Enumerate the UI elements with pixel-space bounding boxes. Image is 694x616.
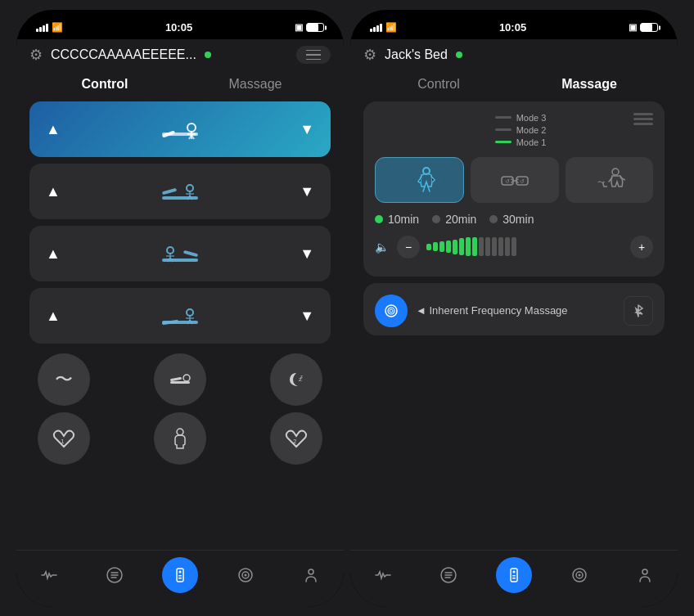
timer-10-dot [375, 215, 383, 223]
nav-remote-left[interactable] [162, 557, 198, 593]
mode3-label: Mode 3 [495, 113, 547, 123]
mode1-icon [633, 123, 653, 125]
svg-rect-8 [162, 188, 177, 196]
nav-target-left[interactable] [228, 557, 264, 593]
person-btn[interactable] [154, 412, 206, 465]
svg-rect-58 [512, 575, 516, 577]
up-arrow-1[interactable]: ▲ [46, 121, 61, 138]
svg-point-16 [167, 247, 174, 254]
freq-btn[interactable] [375, 295, 408, 327]
timer-30-dot [489, 215, 498, 223]
control-row-4[interactable]: ▲ ▼ [29, 288, 331, 344]
freq-card: ◄ Inherent Frequency Massage [363, 283, 665, 335]
volume-icon: 🔈 [375, 241, 389, 254]
tab-control-right[interactable]: Control [363, 74, 514, 95]
massage-mode-buttons: ↺ ↺ 〜 [375, 157, 653, 203]
up-arrow-2[interactable]: ▲ [46, 183, 61, 200]
mode2-icon [633, 118, 653, 120]
down-arrow-3[interactable]: ▼ [300, 245, 314, 263]
svg-text:〜: 〜 [597, 178, 605, 187]
svg-text:↺: ↺ [505, 178, 510, 184]
control-row-3[interactable]: ▲ ▼ [29, 226, 331, 281]
heart1-btn[interactable]: 1 [38, 412, 90, 465]
massage-mode-body[interactable] [375, 157, 464, 203]
right-tabs: Control Massage [363, 70, 665, 101]
down-arrow-4[interactable]: ▼ [300, 308, 314, 325]
bottom-circles-row1: 〜 zz [29, 350, 331, 409]
svg-text:z: z [300, 374, 303, 379]
svg-point-52 [385, 305, 397, 317]
tab-massage-right[interactable]: Massage [514, 74, 665, 95]
down-arrow-1[interactable]: ▼ [300, 121, 314, 138]
svg-point-54 [390, 309, 393, 312]
tab-massage-left[interactable]: Massage [180, 74, 331, 95]
flat-btn[interactable] [154, 353, 206, 406]
svg-rect-1 [162, 130, 175, 137]
massage-mode-arm[interactable]: 〜 [566, 157, 653, 203]
right-gear-icon[interactable]: ⚙ [363, 46, 376, 64]
svg-point-38 [179, 571, 182, 573]
tab-control-left[interactable]: Control [29, 74, 180, 95]
left-phone: 📶 10:05 ▣ ⚙ CCCCCAAAAAEEEEE... [16, 10, 344, 607]
nav-target-right[interactable] [561, 557, 597, 593]
sleep-btn[interactable]: zz [270, 353, 322, 406]
svg-point-63 [642, 569, 647, 574]
freq-row: ◄ Inherent Frequency Massage [375, 295, 653, 327]
left-tabs: Control Massage [29, 70, 331, 101]
timer-30min[interactable]: 30min [489, 213, 534, 226]
nav-list-right[interactable] [430, 557, 466, 593]
timer-10min[interactable]: 10min [375, 213, 419, 226]
bed-pose-2 [160, 178, 200, 205]
volume-plus-btn[interactable]: + [630, 236, 653, 259]
heart2-btn[interactable]: 2 [270, 412, 322, 465]
svg-point-30 [183, 375, 190, 381]
right-time: 10:05 [499, 21, 526, 34]
svg-text:↺: ↺ [520, 178, 525, 184]
mode1-dot [495, 141, 511, 143]
svg-point-50 [612, 169, 619, 175]
timer-20-dot [432, 215, 440, 223]
svg-point-23 [187, 309, 193, 316]
bed-pose-3 [160, 241, 200, 267]
volume-slider[interactable] [426, 236, 624, 259]
mode3-icon [633, 113, 653, 115]
svg-point-43 [245, 574, 247, 577]
down-arrow-2[interactable]: ▼ [300, 183, 314, 200]
volume-row: 🔈 − + [375, 229, 653, 265]
wifi-status-dot [205, 52, 211, 58]
wave-btn[interactable]: 〜 [38, 353, 90, 406]
massage-mode-sync[interactable]: ↺ ↺ [471, 157, 558, 203]
svg-point-57 [513, 571, 516, 573]
svg-point-34 [177, 429, 183, 435]
right-bottom-nav [350, 550, 678, 607]
up-arrow-4[interactable]: ▲ [46, 308, 61, 325]
left-phone-content: ⚙ CCCCCAAAAAEEEEE... Control Massage [16, 39, 344, 550]
svg-rect-15 [183, 250, 198, 258]
nav-heartrate-right[interactable] [365, 557, 401, 593]
timer-row: 10min 20min 30min [375, 203, 653, 229]
svg-rect-39 [178, 575, 182, 577]
control-row-2[interactable]: ▲ ▼ [29, 164, 331, 219]
nav-remote-right[interactable] [496, 557, 532, 593]
timer-20min[interactable]: 20min [432, 213, 476, 226]
mode2-dot [495, 128, 511, 131]
svg-point-44 [309, 569, 313, 574]
bottom-circles-row2: 1 2 [29, 412, 331, 465]
right-wifi-dot [456, 52, 462, 58]
volume-minus-btn[interactable]: − [397, 236, 420, 259]
svg-text:2: 2 [293, 438, 297, 445]
nav-person-left[interactable] [293, 557, 329, 593]
up-arrow-3[interactable]: ▲ [46, 245, 61, 263]
device-pill[interactable] [296, 46, 331, 65]
control-row-1[interactable]: ▲ ▼ [29, 101, 331, 157]
modes-row: Mode 3 Mode 2 Mode 1 [375, 113, 653, 147]
svg-rect-40 [178, 578, 182, 579]
nav-list-left[interactable] [97, 557, 133, 593]
svg-rect-59 [512, 578, 516, 579]
bluetooth-btn[interactable] [624, 296, 653, 326]
svg-rect-22 [162, 320, 178, 326]
nav-person-right[interactable] [627, 557, 663, 593]
bed-pose-4 [160, 303, 200, 329]
gear-icon[interactable]: ⚙ [29, 46, 43, 64]
nav-heartrate-left[interactable] [31, 557, 67, 593]
